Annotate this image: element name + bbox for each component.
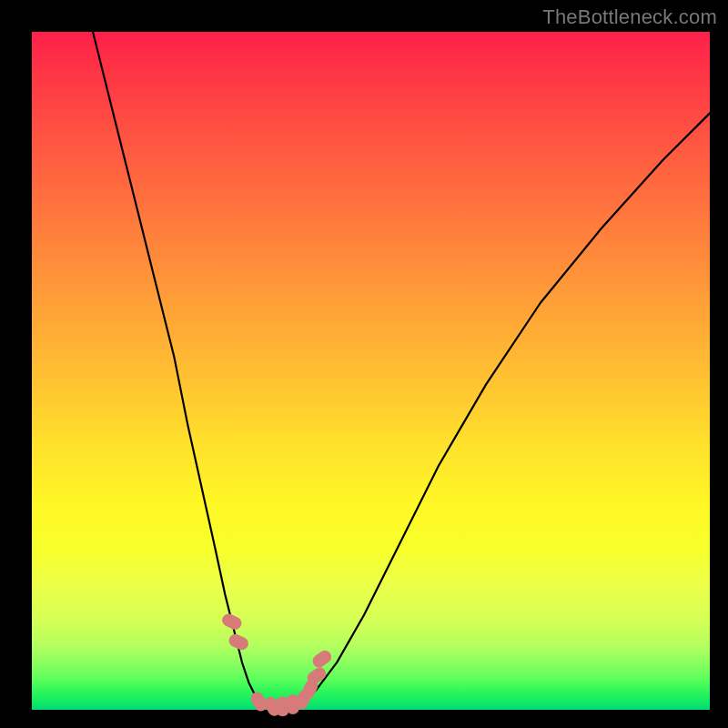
curve-markers bbox=[220, 612, 334, 718]
chart-frame: TheBottleneck.com bbox=[0, 0, 728, 728]
curve-marker bbox=[227, 632, 250, 652]
curve-marker bbox=[220, 612, 244, 632]
curve-lines bbox=[93, 32, 710, 708]
chart-plot-area bbox=[32, 32, 710, 710]
curve-marker bbox=[310, 648, 334, 670]
bottleneck-curve bbox=[93, 32, 710, 708]
watermark-text: TheBottleneck.com bbox=[542, 5, 717, 29]
chart-svg bbox=[32, 32, 710, 710]
